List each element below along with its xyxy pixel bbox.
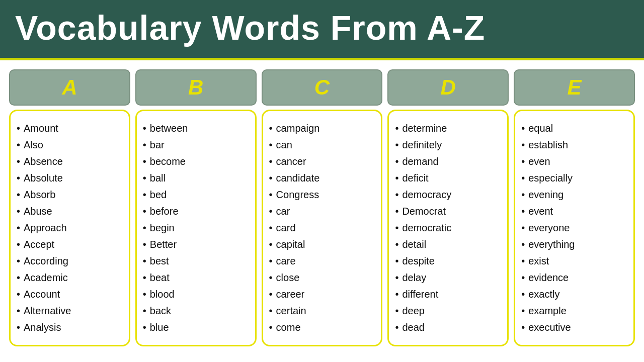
list-item: ball xyxy=(145,170,250,187)
word-list-b: betweenbarbecomeballbedbeforebeginBetter… xyxy=(145,120,250,336)
column-header-d: D xyxy=(387,69,509,106)
list-item: different xyxy=(397,286,502,303)
list-item: Absence xyxy=(19,153,124,170)
column-body-b: betweenbarbecomeballbedbeforebeginBetter… xyxy=(135,110,257,346)
list-item: Absolute xyxy=(19,170,124,187)
list-item: card xyxy=(271,220,376,236)
columns-container: AAmountAlsoAbsenceAbsoluteAbsorbAbuseApp… xyxy=(0,60,644,355)
list-item: Also xyxy=(19,137,124,153)
column-header-a: A xyxy=(9,69,130,106)
list-item: cancer xyxy=(271,153,376,170)
list-item: Academic xyxy=(19,269,124,286)
list-item: car xyxy=(271,203,376,220)
list-item: bar xyxy=(145,137,250,153)
list-item: Account xyxy=(19,286,124,303)
list-item: example xyxy=(523,303,628,319)
list-item: everything xyxy=(523,236,628,253)
list-item: care xyxy=(271,253,376,269)
list-item: capital xyxy=(271,236,376,253)
list-item: especially xyxy=(523,170,628,187)
column-body-e: equalestablishevenespeciallyeveningevent… xyxy=(514,110,635,346)
list-item: come xyxy=(271,319,376,336)
list-item: even xyxy=(523,153,628,170)
list-item: event xyxy=(523,203,628,220)
list-item: equal xyxy=(523,120,628,137)
column-c: CcampaigncancancercandidateCongresscarca… xyxy=(262,69,383,346)
list-item: Amount xyxy=(19,120,124,137)
list-item: deficit xyxy=(397,170,502,187)
column-body-d: determinedefinitelydemanddeficitdemocrac… xyxy=(387,110,509,346)
column-e: Eequalestablishevenespeciallyeveningeven… xyxy=(514,69,635,346)
list-item: Absorb xyxy=(19,187,124,203)
list-item: Congress xyxy=(271,187,376,203)
list-item: democracy xyxy=(397,187,502,203)
list-item: begin xyxy=(145,220,250,236)
list-item: blood xyxy=(145,286,250,303)
list-item: close xyxy=(271,269,376,286)
list-item: definitely xyxy=(397,137,502,153)
list-item: campaign xyxy=(271,120,376,137)
list-item: Analysis xyxy=(19,319,124,336)
list-item: Abuse xyxy=(19,203,124,220)
list-item: exactly xyxy=(523,286,628,303)
header: Vocabulary Words From A-Z xyxy=(0,0,644,60)
list-item: become xyxy=(145,153,250,170)
word-list-c: campaigncancancercandidateCongresscarcar… xyxy=(271,120,376,336)
list-item: bed xyxy=(145,187,250,203)
page-title: Vocabulary Words From A-Z xyxy=(15,9,629,47)
list-item: delay xyxy=(397,269,502,286)
word-list-a: AmountAlsoAbsenceAbsoluteAbsorbAbuseAppr… xyxy=(19,120,124,336)
column-body-a: AmountAlsoAbsenceAbsoluteAbsorbAbuseAppr… xyxy=(9,110,130,346)
list-item: blue xyxy=(145,319,250,336)
list-item: beat xyxy=(145,269,250,286)
list-item: Approach xyxy=(19,220,124,236)
list-item: Accept xyxy=(19,236,124,253)
list-item: deep xyxy=(397,303,502,319)
column-b: BbetweenbarbecomeballbedbeforebeginBette… xyxy=(135,69,257,346)
list-item: establish xyxy=(523,137,628,153)
list-item: Democrat xyxy=(397,203,502,220)
list-item: career xyxy=(271,286,376,303)
list-item: back xyxy=(145,303,250,319)
list-item: between xyxy=(145,120,250,137)
list-item: exist xyxy=(523,253,628,269)
list-item: evidence xyxy=(523,269,628,286)
list-item: democratic xyxy=(397,220,502,236)
list-item: Alternative xyxy=(19,303,124,319)
column-a: AAmountAlsoAbsenceAbsoluteAbsorbAbuseApp… xyxy=(9,69,130,346)
column-header-e: E xyxy=(514,69,635,106)
column-body-c: campaigncancancercandidateCongresscarcar… xyxy=(262,110,383,346)
list-item: everyone xyxy=(523,220,628,236)
list-item: best xyxy=(145,253,250,269)
list-item: before xyxy=(145,203,250,220)
column-d: Ddeterminedefinitelydemanddeficitdemocra… xyxy=(387,69,509,346)
list-item: despite xyxy=(397,253,502,269)
list-item: dead xyxy=(397,319,502,336)
list-item: evening xyxy=(523,187,628,203)
list-item: determine xyxy=(397,120,502,137)
column-header-c: C xyxy=(262,69,383,106)
list-item: executive xyxy=(523,319,628,336)
list-item: certain xyxy=(271,303,376,319)
list-item: According xyxy=(19,253,124,269)
list-item: Better xyxy=(145,236,250,253)
word-list-e: equalestablishevenespeciallyeveningevent… xyxy=(523,120,628,336)
column-header-b: B xyxy=(135,69,257,106)
word-list-d: determinedefinitelydemanddeficitdemocrac… xyxy=(397,120,502,336)
list-item: can xyxy=(271,137,376,153)
list-item: demand xyxy=(397,153,502,170)
list-item: candidate xyxy=(271,170,376,187)
list-item: detail xyxy=(397,236,502,253)
